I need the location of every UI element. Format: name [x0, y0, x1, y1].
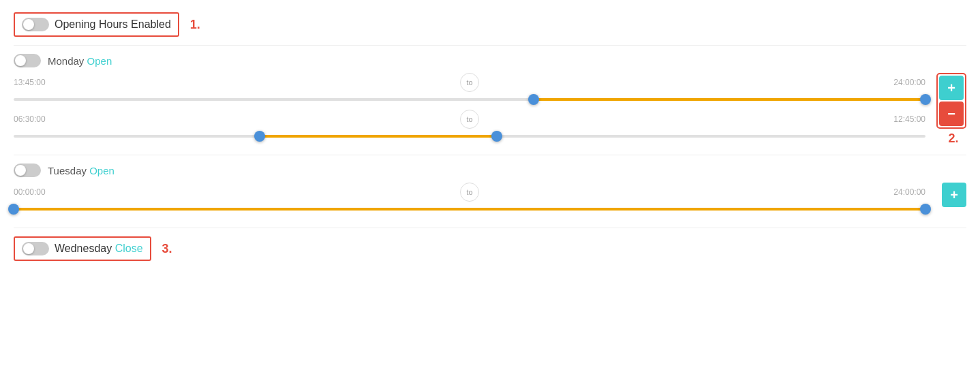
wednesday-label: Wednesday Close	[55, 243, 143, 255]
monday-slider1-track	[14, 98, 925, 101]
monday-slider2-end: 12:45:00	[893, 114, 925, 124]
monday-slider1-thumb-right[interactable]	[920, 94, 931, 105]
monday-slider2-track	[14, 135, 925, 138]
monday-slider1-fill	[534, 98, 925, 101]
monday-slider-1: 13:45:00 to 24:00:00	[14, 73, 925, 104]
monday-section: Monday Open 13:45:00 to 24:00:00 06:30:0…	[14, 46, 966, 155]
tuesday-label: Tuesday Open	[48, 165, 114, 176]
monday-slider2-fill	[260, 135, 497, 138]
wednesday-toggle-box: Wednesday Close	[14, 236, 151, 261]
annotation-3: 3.	[162, 242, 172, 256]
tuesday-slider1-fill	[14, 208, 925, 211]
tuesday-slider-1: 00:00:00 to 24:00:00	[14, 183, 925, 214]
annotation-1: 1.	[190, 18, 200, 32]
tuesday-sliders-area: 00:00:00 to 24:00:00 +	[14, 183, 966, 214]
tuesday-toggle[interactable]	[14, 164, 41, 177]
opening-hours-toggle-box: Opening Hours Enabled	[14, 12, 179, 37]
monday-sliders-area: 13:45:00 to 24:00:00 06:30:00 to 12:45:0…	[14, 73, 966, 141]
monday-slider2-thumb-left[interactable]	[254, 131, 265, 142]
wednesday-toggle[interactable]	[22, 242, 49, 255]
wednesday-row: Wednesday Close 3.	[14, 236, 966, 261]
monday-status: Open	[87, 55, 112, 67]
monday-controls-area: + − 2.	[936, 73, 966, 146]
monday-slider2-thumb-right[interactable]	[491, 131, 502, 142]
monday-slider2-start: 06:30:00	[14, 114, 46, 124]
tuesday-controls-area: +	[942, 183, 966, 207]
opening-hours-label: Opening Hours Enabled	[55, 18, 171, 31]
tuesday-slider1-track-container	[14, 204, 925, 214]
monday-slider1-labels: 13:45:00 to 24:00:00	[14, 73, 925, 92]
tuesday-section: Tuesday Open 00:00:00 to 24:00:00 +	[14, 155, 966, 228]
tuesday-status: Open	[89, 165, 114, 176]
tuesday-slider1-end: 24:00:00	[893, 187, 925, 197]
opening-hours-toggle[interactable]	[22, 18, 49, 31]
tuesday-slider1-to: to	[460, 183, 479, 202]
monday-label: Monday Open	[48, 55, 112, 67]
tuesday-add-button[interactable]: +	[942, 183, 966, 207]
annotation-2: 2.	[948, 131, 958, 146]
tuesday-slider1-thumb-right[interactable]	[920, 204, 931, 215]
monday-slider-2: 06:30:00 to 12:45:00	[14, 110, 925, 141]
monday-slider2-track-container	[14, 131, 925, 141]
monday-toggle-row: Monday Open	[14, 54, 966, 67]
monday-slider2-to: to	[460, 110, 479, 129]
wednesday-status: Close	[115, 243, 143, 254]
monday-add-button[interactable]: +	[939, 76, 964, 100]
tuesday-slider1-labels: 00:00:00 to 24:00:00	[14, 183, 925, 202]
opening-hours-section: Opening Hours Enabled 1.	[14, 7, 966, 46]
tuesday-slider1-track	[14, 208, 925, 211]
tuesday-slider1-start: 00:00:00	[14, 187, 46, 197]
monday-slider1-start: 13:45:00	[14, 78, 46, 87]
monday-slider1-thumb-left[interactable]	[528, 94, 539, 105]
monday-slider1-end: 24:00:00	[893, 78, 925, 87]
monday-slider2-labels: 06:30:00 to 12:45:00	[14, 110, 925, 129]
tuesday-slider1-thumb-left[interactable]	[8, 204, 19, 215]
monday-controls-highlight-box: + −	[936, 73, 966, 129]
monday-slider1-to: to	[460, 73, 479, 92]
monday-remove-button[interactable]: −	[939, 102, 964, 126]
wednesday-section: Wednesday Close 3.	[14, 228, 966, 269]
tuesday-toggle-row: Tuesday Open	[14, 164, 966, 177]
monday-toggle[interactable]	[14, 54, 41, 67]
monday-slider1-track-container	[14, 95, 925, 104]
